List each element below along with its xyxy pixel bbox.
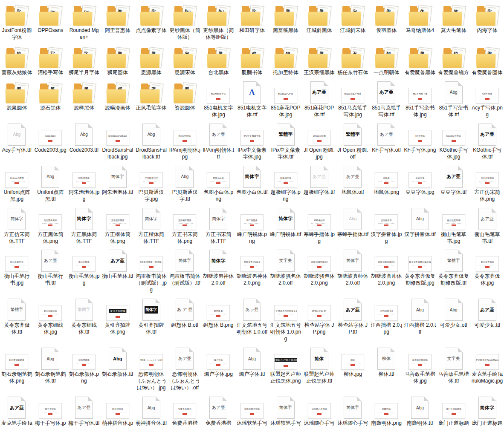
file-item[interactable]: 柳体柳体.ttf (370, 344, 403, 379)
folder-item[interactable]: 黑体王汉宗细黑体 (302, 42, 336, 78)
file-item[interactable]: KF手写体KF手写体.png (403, 120, 437, 155)
file-item[interactable]: 寒蝉手拙体寒蝉手拙体.jpg (302, 204, 336, 246)
folder-item[interactable]: n+Rounded Mgen+ (67, 0, 101, 42)
folder-item[interactable]: 朝体一点明朝体 (370, 42, 403, 78)
folder-item[interactable]: 黑体黑蔷薇黑体 (269, 0, 302, 35)
file-item[interactable]: IPAmj明朝体IPAmj明朝体.jpg (168, 120, 202, 162)
folder-item[interactable]: 书体醍醐书体 (235, 42, 269, 78)
folder-item[interactable]: 字体内海字体 (470, 0, 504, 35)
file-item[interactable]: Abg濑户字体.ttf (235, 344, 269, 379)
file-item[interactable]: あア亜超极细字体.ttf (302, 162, 336, 197)
file-item[interactable]: Abg江西拙楷 2.0.ttf (403, 295, 437, 337)
file-item[interactable]: 胡晓波真帅体2.0胡晓波真帅体2.0.png (370, 246, 403, 288)
file-item[interactable]: 刻石录颜体刻石录颜体.png (67, 344, 101, 386)
file-item[interactable]: 繁體字黄令东齐伋体.ttf (0, 295, 34, 337)
folder-item[interactable]: 写体清松手写体 (34, 42, 67, 78)
file-item[interactable]: あア亜恐怖明朝体（ふぉんとうは怖い）.otf (168, 344, 202, 393)
file-item[interactable]: Abg可爱少女.otf (437, 295, 470, 330)
file-item[interactable]: 繁體字Jf Open 粉圆.otf (336, 120, 370, 162)
folder-item[interactable]: 黑体江城斜黑体 (302, 0, 336, 35)
file-item[interactable]: 简体字胡晓波真帅体2.0.otf (336, 246, 370, 288)
file-item[interactable]: 简体字峰广明锐体.ttf (269, 204, 302, 239)
file-item[interactable]: 梅干手写体梅干手写体.jpg (34, 393, 67, 426)
file-item[interactable]: 方正书宋简体方正书宋简体.png (168, 204, 202, 246)
folder-item[interactable]: 石体杨任东竹石体 (336, 42, 370, 78)
folder-item[interactable]: 黑体台北黑体 (202, 42, 235, 78)
file-item[interactable]: 免费香港楷书免费香港楷书.jpg (168, 393, 202, 426)
file-item[interactable]: AbgCode2003.ttf (67, 120, 101, 155)
folder-item[interactable]: 锐方有爱魔兽锐方 (437, 42, 470, 78)
file-item[interactable]: 方正仿宋简体方正仿宋简体.png (470, 162, 504, 204)
file-item[interactable]: 衡山毛笔体衡山毛笔体.jpg (67, 246, 101, 288)
file-item[interactable]: 简体字包图小白体.ttf (235, 162, 269, 197)
folder-item[interactable]: 体4马奇纳斯体4 (403, 0, 437, 35)
file-item[interactable]: Acy手写体Acy手写体.png (470, 78, 504, 120)
folder-item[interactable]: 画体源暎漫画体 (101, 78, 134, 113)
file-item[interactable]: 方正黑体简体方正黑体简体.png (34, 204, 67, 246)
file-item[interactable]: 包图小白体包图小白体.png (202, 162, 235, 204)
folder-item[interactable]: 特体托加里特体 (269, 42, 302, 78)
file-item[interactable]: A851电机文字体.ttf (235, 78, 269, 120)
file-item[interactable]: AbgUnifont点阵黑.ttf (34, 162, 67, 204)
file-item[interactable]: 851手写杂书体851手写杂书体.jpg (403, 78, 437, 120)
file-item[interactable]: 濑户字体濑户字体.jpg (202, 344, 235, 379)
file-item[interactable]: 汇文筑地五号明朝体 1.0汇文筑地五号明朝体 1.0.png (269, 295, 302, 344)
file-item[interactable]: 恐怖明朝体（ふぉんとうは怖い）恐怖明朝体（ふぉんとうは怖い）.jpg (134, 344, 168, 393)
file-item[interactable]: 麦克笔手绘TanukiMagic麦克笔手绘TanukiMagic.jpg (470, 344, 504, 386)
file-item[interactable]: Abg851手写杂书体.ttf (437, 78, 470, 120)
file-item[interactable]: 简体字方正楷体简体.TTF (134, 204, 168, 246)
file-item[interactable]: 简体字沐瑶随心手写体.ttf (336, 393, 370, 426)
file-item[interactable]: あア亜梅干手写体.ttf (67, 393, 101, 426)
file-item[interactable]: Abg巴贝斯通汉字.ttf (168, 162, 202, 204)
file-item[interactable]: 胡晓波骚包体2.0胡晓波骚包体2.0.png (302, 246, 336, 288)
file-item[interactable]: KGothic手写体KGothic手写体.jpg (437, 120, 470, 162)
folder-item[interactable]: 版）更纱黑体（简体版） (168, 0, 202, 42)
file-item[interactable]: 简体字庞门正道标题体.ttf (470, 393, 504, 426)
folder-item[interactable]: 黑体有爱魔兽黑体 (403, 42, 437, 78)
folder-item[interactable]: 字体狮尾半月字体 (67, 42, 101, 78)
file-item[interactable]: Abg寒蝉手拙体.ttf (336, 204, 370, 239)
file-item[interactable]: あア亜检查站字体 JP.ttf (336, 295, 370, 337)
file-item[interactable]: 胡晓波男神体2.0胡晓波男神体2.0.png (235, 246, 269, 288)
file-item[interactable]: あア亜豆豆字体.ttf (437, 162, 470, 197)
file-item[interactable]: 江西拙楷 2.0江西拙楷 2.0.jpg (370, 295, 403, 337)
file-item[interactable]: DroidSansFallbackDroidSansFallback.jpg (101, 120, 134, 162)
file-item[interactable]: あア亜衡山毛笔草书.ttf (470, 204, 504, 246)
file-item[interactable]: 超极细字体超极细字体.png (269, 162, 302, 204)
file-item[interactable]: 方正楷体简体方正楷体简体.png (101, 204, 134, 246)
file-item[interactable]: 简体联盟起艺卢帅正锐黑体.ttf (302, 344, 336, 386)
file-item[interactable]: あア亜KGothic手写体.ttf (470, 120, 504, 162)
file-item[interactable]: あア亜免费香港楷书.ttf (202, 393, 235, 426)
file-item[interactable]: 马善政毛笔楷体马善政毛笔楷体.jpg (403, 344, 437, 386)
file-item[interactable]: 文字美胡晓波骚包体2.0.otf (269, 246, 302, 288)
file-item[interactable]: 黄令东细线体黄令东细线体.jpg (34, 295, 67, 337)
file-item[interactable]: 廻想体 B廻想体 B.png (202, 295, 235, 330)
file-item[interactable]: 萌神拼音体萌神拼音体.jpg (101, 393, 134, 426)
file-item[interactable]: 851电机文字体851电机文字体.jpg (202, 78, 235, 120)
file-item[interactable]: あア亜衡山毛笔行书.ttf (34, 246, 67, 288)
file-item[interactable]: Unifont点阵黑Unifont点阵黑.jpg (0, 162, 34, 204)
file-item[interactable]: 衡山毛笔草书衡山毛笔草书.jpg (437, 204, 470, 246)
file-item[interactable]: あア亜地鼠体.otf (336, 162, 370, 197)
file-item[interactable]: あア亜KF手写体.otf (370, 120, 403, 155)
file-item[interactable]: 繁體字黄令东齐伋复刻修改版.ttf (437, 246, 470, 288)
folder-item[interactable]: 笔体莫大毛笔体 (437, 0, 470, 35)
file-item[interactable]: 汉字拼音体汉字拼音体.jpg (370, 204, 403, 246)
file-item[interactable]: 联盟起艺卢帅正锐黑体联盟起艺卢帅正锐黑体.png (269, 344, 302, 386)
file-item[interactable]: 简体字胡晓波男神体2.0.otf (202, 246, 235, 288)
file-item[interactable]: Abg汉字拼音体.ttf (403, 204, 437, 239)
file-item[interactable]: 衡山毛笔行书衡山毛笔行书.jpg (0, 246, 34, 288)
file-item[interactable]: 简体字方正仿宋简体.TTF (0, 204, 34, 246)
folder-item[interactable]: 圆体有爱魔兽圆体 (470, 42, 504, 78)
file-item[interactable]: あア亜IPAmj明朝体.ttf (202, 120, 235, 162)
file-item[interactable]: 地鼠体地鼠体.png (370, 162, 403, 197)
file-item[interactable]: 豆豆字体豆豆字体.jpg (403, 162, 437, 197)
file-item[interactable]: 繁體字黄令东细线体.ttf (67, 295, 101, 337)
file-item[interactable]: 庞门正道标题体庞门正道标题体.png (437, 393, 470, 426)
file-item[interactable]: あア亜851麻花POP体.ttf (302, 78, 336, 120)
file-item[interactable]: Abg刻石录钢笔鹤体.ttf (34, 344, 67, 386)
file-item[interactable]: Jf Open 粉圆Jf Open 粉圆.jpg (302, 120, 336, 162)
file-item[interactable]: 851马克笔手写体851马克笔手写体.jpg (336, 78, 370, 120)
file-item[interactable]: 简体字沐瑶软笔手写体.ttf (269, 393, 302, 426)
file-item[interactable]: AbgAcy手写体.ttf (0, 120, 34, 155)
